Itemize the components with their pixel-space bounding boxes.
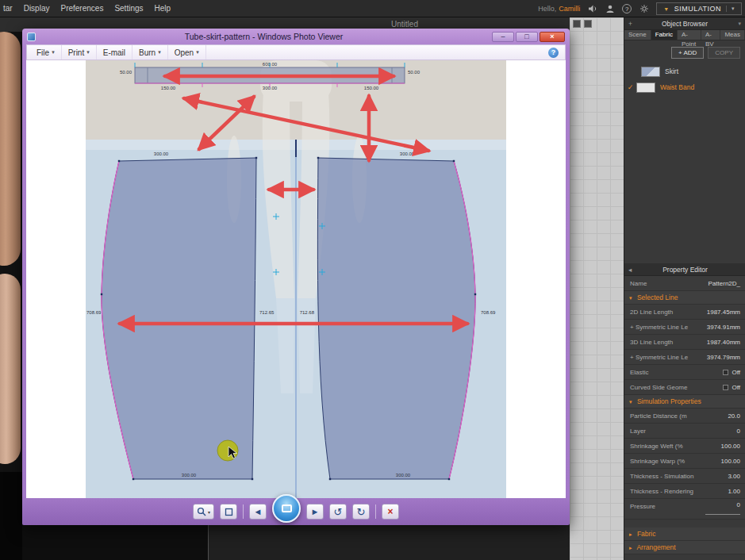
measurement-label: 50.00	[120, 70, 132, 75]
topbar-right: Hello,Camilli ? ▼ SIMULATION ▾	[538, 0, 742, 17]
rotate-ccw-button[interactable]: ↺	[329, 504, 347, 520]
tab-scene[interactable]: Scene	[624, 30, 651, 40]
avatar-thumbnail	[0, 274, 21, 464]
tab-a-bv[interactable]: A-BV	[701, 30, 721, 40]
simulation-button[interactable]: ▼ SIMULATION ▾	[656, 2, 742, 15]
help-icon[interactable]: ?	[622, 4, 632, 13]
viewport-floor	[0, 472, 22, 560]
property-row: + Symmetric Line Le 3974.79mm	[624, 350, 745, 365]
burn-menu[interactable]: Burn▾	[132, 45, 168, 59]
section-open-icon: ▾	[629, 399, 632, 405]
measurement-label: 712.68	[300, 310, 315, 315]
next-button[interactable]: ►	[306, 504, 324, 520]
user-icon[interactable]	[605, 4, 615, 14]
editable-value[interactable]: 100.00	[721, 443, 745, 450]
pressure-input[interactable]	[705, 514, 740, 515]
chevron-down-icon: ▾	[52, 49, 55, 56]
plus-icon[interactable]: +	[628, 17, 632, 30]
skirt-panel-left	[102, 158, 256, 479]
tab-a-point[interactable]: A-Point	[678, 30, 701, 40]
section-selected-line[interactable]: ▾ Selected Line	[624, 291, 745, 305]
editable-value[interactable]: 20.0	[728, 412, 745, 420]
speaker-icon[interactable]	[587, 4, 597, 14]
tab-meas[interactable]: Meas	[720, 30, 745, 40]
menu-display[interactable]: Display	[24, 4, 50, 13]
add-button[interactable]: + ADD	[671, 47, 704, 59]
menu-settings[interactable]: Settings	[114, 4, 143, 13]
greeting: Hello,Camilli	[538, 5, 580, 13]
menu-avatar[interactable]: tar	[3, 4, 13, 13]
measurement-label: 300.00	[263, 86, 278, 90]
property-row: Thickness - Rendering 1.00	[624, 484, 745, 499]
section-closed-icon: ▸	[629, 531, 632, 537]
actual-size-button[interactable]	[220, 504, 237, 520]
property-row: 2D Line Length 1987.45mm	[624, 305, 745, 320]
rotate-cw-button[interactable]: ↻	[352, 504, 370, 520]
property-row-elastic: Elastic Off	[624, 365, 745, 380]
property-row: Shrinkage Warp (% 100.00	[624, 454, 745, 469]
editable-value[interactable]: 1.00	[728, 488, 745, 495]
pattern-workspace-2d[interactable]	[570, 17, 624, 560]
property-row-curved-side: Curved Side Geome Off	[624, 380, 745, 395]
toolbar-separator	[243, 504, 244, 519]
copy-button[interactable]: COPY	[708, 47, 740, 59]
previous-button[interactable]: ◄	[249, 504, 267, 520]
delete-button[interactable]: ×	[382, 504, 399, 520]
gear-icon[interactable]	[639, 4, 649, 14]
photo-viewer-window: Tube-skirt-pattern - Windows Photo Viewe…	[22, 29, 570, 525]
close-button[interactable]: ×	[540, 32, 565, 42]
simulation-icon: ▼	[663, 6, 669, 12]
viewer-help-icon[interactable]: ?	[548, 48, 559, 58]
toolbar-separator	[375, 504, 376, 519]
pane-divider[interactable]	[208, 525, 570, 560]
app-menubar: tar Display Preferences Settings Help He…	[0, 0, 745, 17]
minimize-button[interactable]: –	[492, 32, 514, 42]
section-arrangement[interactable]: ▸ Arrangement	[624, 541, 745, 554]
chevron-down-icon: ▾	[86, 49, 90, 56]
maximize-button[interactable]: □	[516, 32, 538, 42]
pattern-tool-icon[interactable]	[584, 20, 592, 28]
section-fabric[interactable]: ▸ Fabric	[624, 527, 745, 541]
right-panel: + Object Browser ▾ Scene Fabric A-Point …	[624, 17, 745, 560]
viewer-toolbar: ▾ ◄ ► ↺ ↻ ×	[22, 498, 570, 525]
viewport-bottom	[22, 525, 570, 560]
simulation-dropdown-icon[interactable]: ▾	[726, 6, 735, 12]
checkbox[interactable]	[723, 385, 728, 390]
editable-value[interactable]: 0	[737, 428, 745, 435]
property-editor-header: ◂ Property Editor	[624, 263, 745, 276]
back-arrow-icon[interactable]: ◂	[628, 263, 632, 276]
print-menu[interactable]: Print▾	[62, 45, 97, 59]
slideshow-button[interactable]	[272, 494, 301, 523]
list-item-skirt[interactable]: Skirt	[624, 63, 745, 79]
section-open-icon: ▾	[629, 295, 632, 301]
property-row: Shrinkage Weft (% 100.00	[624, 439, 745, 454]
open-menu[interactable]: Open▾	[168, 45, 206, 59]
measurement-label: 300.00	[182, 473, 197, 478]
document-title: Untitled	[357, 20, 452, 29]
zoom-button[interactable]: ▾	[193, 504, 214, 520]
viewport-3d[interactable]	[0, 32, 22, 560]
object-browser-header: + Object Browser ▾	[624, 17, 745, 30]
section-simulation-properties[interactable]: ▾ Simulation Properties	[624, 395, 745, 408]
property-row-name: Name Pattern2D_	[624, 276, 745, 291]
email-menu[interactable]: E-mail	[97, 45, 132, 59]
name-value[interactable]: Pattern2D_	[709, 280, 745, 287]
pattern-tool-icon[interactable]	[573, 20, 581, 28]
fabric-swatch-icon	[641, 67, 660, 77]
window-controls: – □ ×	[492, 32, 565, 42]
tab-fabric[interactable]: Fabric	[651, 30, 678, 40]
menu-help[interactable]: Help	[155, 4, 171, 13]
property-row: 3D Line Length 1987.40mm	[624, 335, 745, 350]
editable-value[interactable]: 100.00	[721, 458, 745, 465]
check-icon: ✓	[624, 83, 636, 91]
collapse-icon[interactable]: ▾	[738, 17, 741, 30]
property-row: Thickness - Simulation 3.00	[624, 469, 745, 484]
checkbox[interactable]	[723, 370, 728, 375]
menu-preferences[interactable]: Preferences	[60, 4, 103, 13]
list-item-waist-band[interactable]: ✓ Waist Band	[624, 79, 745, 95]
file-menu[interactable]: File▾	[30, 45, 62, 59]
editable-value[interactable]: 0	[737, 501, 740, 508]
window-titlebar[interactable]: Tube-skirt-pattern - Windows Photo Viewe…	[22, 29, 570, 44]
slideshow-icon	[282, 504, 292, 512]
editable-value[interactable]: 3.00	[728, 473, 745, 480]
